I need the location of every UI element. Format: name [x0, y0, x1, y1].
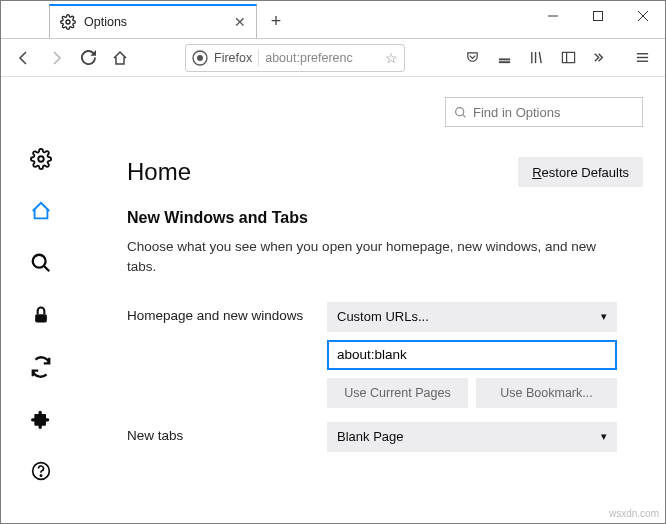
sidebar-item-home[interactable] — [29, 199, 53, 223]
homepage-select[interactable]: Custom URLs... ▾ — [327, 302, 617, 332]
homepage-label: Homepage and new windows — [127, 302, 327, 323]
sidebar-item-support[interactable] — [29, 459, 53, 483]
pocket-icon[interactable] — [457, 43, 487, 73]
content-area: Home Restore Defaults New Windows and Ta… — [1, 77, 665, 523]
svg-point-17 — [38, 156, 44, 162]
search-icon — [454, 106, 467, 119]
svg-rect-7 — [498, 61, 509, 63]
svg-point-0 — [66, 20, 70, 24]
preferences-sidebar — [1, 77, 81, 523]
menu-button[interactable] — [627, 43, 657, 73]
close-tab-icon[interactable]: ✕ — [234, 14, 246, 30]
svg-rect-20 — [35, 314, 47, 322]
sidebar-item-general[interactable] — [29, 147, 53, 171]
svg-line-19 — [44, 266, 50, 272]
downloads-icon[interactable] — [489, 43, 519, 73]
address-bar[interactable]: Firefox about:preferenc ☆ — [185, 44, 405, 72]
bookmark-star-icon[interactable]: ☆ — [385, 50, 398, 66]
page-title: Home — [127, 158, 191, 186]
homepage-row: Homepage and new windows Custom URLs... … — [81, 302, 643, 408]
forward-button[interactable] — [41, 43, 71, 73]
newtabs-select-value: Blank Page — [337, 429, 404, 444]
sidebar-item-search[interactable] — [29, 251, 53, 275]
sidebar-item-extensions[interactable] — [29, 407, 53, 431]
library-icon[interactable] — [521, 43, 551, 73]
section-description: Choose what you see when you open your h… — [81, 237, 601, 278]
attribution: wsxdn.com — [609, 508, 659, 519]
window-close-button[interactable] — [620, 1, 665, 31]
use-current-pages-button[interactable]: Use Current Pages — [327, 378, 468, 408]
svg-rect-2 — [593, 12, 602, 21]
title-bar: Options ✕ + — [1, 1, 665, 39]
tab-label: Options — [84, 15, 234, 29]
firefox-icon — [192, 50, 208, 66]
chevron-down-icon: ▾ — [601, 430, 607, 443]
svg-rect-12 — [562, 52, 574, 62]
svg-point-18 — [33, 255, 46, 268]
chevron-down-icon: ▾ — [601, 310, 607, 323]
svg-point-23 — [456, 107, 464, 115]
find-in-options[interactable] — [445, 97, 643, 127]
navigation-toolbar: Firefox about:preferenc ☆ — [1, 39, 665, 77]
overflow-icon[interactable] — [585, 43, 615, 73]
find-input[interactable] — [473, 105, 641, 120]
newtabs-select[interactable]: Blank Page ▾ — [327, 422, 617, 452]
use-bookmark-button[interactable]: Use Bookmark... — [476, 378, 617, 408]
svg-rect-8 — [498, 58, 509, 60]
browser-tab-options[interactable]: Options ✕ — [49, 4, 257, 38]
home-button[interactable] — [105, 43, 135, 73]
newtabs-label: New tabs — [127, 422, 327, 443]
newtabs-row: New tabs Blank Page ▾ — [81, 422, 643, 452]
window-minimize-button[interactable] — [530, 1, 575, 31]
svg-line-24 — [463, 114, 465, 116]
main-panel: Home Restore Defaults New Windows and Ta… — [81, 77, 665, 523]
window-maximize-button[interactable] — [575, 1, 620, 31]
section-heading: New Windows and Tabs — [81, 209, 643, 227]
svg-line-11 — [539, 52, 541, 63]
url-brand: Firefox — [214, 51, 252, 65]
svg-point-6 — [197, 55, 203, 61]
sidebar-item-sync[interactable] — [29, 355, 53, 379]
sidebar-icon[interactable] — [553, 43, 583, 73]
homepage-url-input[interactable] — [327, 340, 617, 370]
gear-icon — [60, 14, 76, 30]
sidebar-item-privacy[interactable] — [29, 303, 53, 327]
svg-point-22 — [40, 475, 41, 476]
back-button[interactable] — [9, 43, 39, 73]
reload-button[interactable] — [73, 43, 103, 73]
separator — [258, 50, 259, 66]
homepage-select-value: Custom URLs... — [337, 309, 429, 324]
url-text: about:preferenc — [265, 51, 379, 65]
restore-defaults-button[interactable]: Restore Defaults — [518, 157, 643, 187]
new-tab-button[interactable]: + — [261, 6, 291, 36]
